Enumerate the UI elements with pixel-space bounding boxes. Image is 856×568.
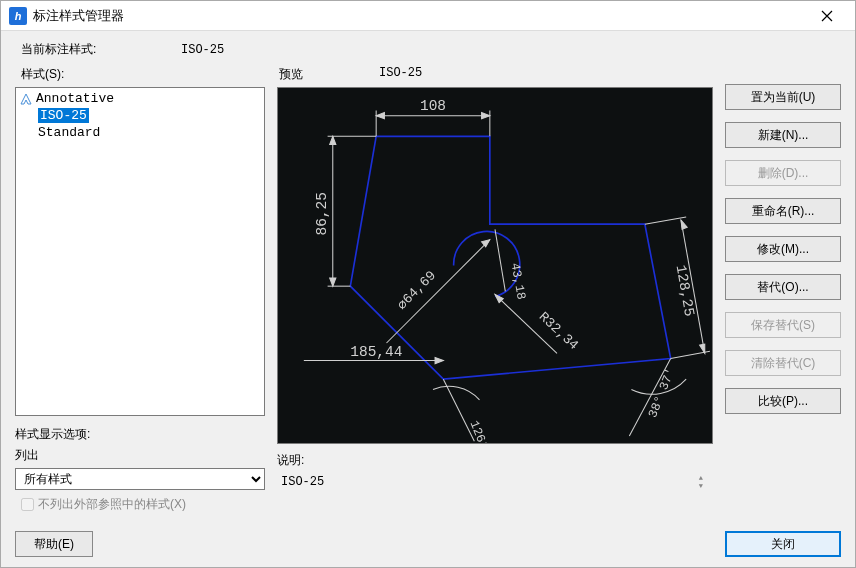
checkbox-label: 不列出外部参照中的样式(X)	[38, 496, 186, 513]
dim-text: 185,44	[350, 344, 402, 360]
description-box: ISO-25 ▲ ▼	[277, 471, 713, 513]
dim-text: 86,25	[314, 192, 330, 235]
app-icon: h	[9, 7, 27, 25]
current-style-label: 当前标注样式:	[21, 41, 181, 58]
dim-text: ⌀64,69	[394, 268, 439, 313]
delete-button[interactable]: 删除(D)...	[725, 160, 841, 186]
dim-text: 38° 37'	[646, 366, 678, 420]
dim-text: 126° 17'	[466, 419, 501, 443]
set-current-button[interactable]: 置为当前(U)	[725, 84, 841, 110]
window-close-button[interactable]	[807, 2, 847, 30]
preview-canvas: 108 86,25	[277, 87, 713, 444]
styles-label: 样式(S):	[15, 66, 265, 83]
dim-text: 128,25	[673, 264, 698, 318]
description-spinner: ▲ ▼	[699, 475, 703, 489]
svg-line-6	[387, 240, 490, 343]
compare-button[interactable]: 比较(P)...	[725, 388, 841, 414]
spinner-down[interactable]: ▼	[699, 483, 703, 489]
center-column: 预览 ISO-25	[277, 66, 713, 513]
help-button[interactable]: 帮助(E)	[15, 531, 93, 557]
dim-text: R32,34	[536, 309, 582, 353]
display-options: 样式显示选项: 列出 所有样式 不列出外部参照中的样式(X)	[15, 426, 265, 513]
spinner-up[interactable]: ▲	[699, 475, 703, 481]
dialog-footer: 帮助(E) 关闭	[1, 523, 855, 567]
svg-line-10	[645, 217, 686, 224]
list-item-text: ISO-25	[38, 108, 89, 123]
main-area: 样式(S): Annotative ISO-25 Standar	[15, 66, 841, 513]
rename-button[interactable]: 重命名(R)...	[725, 198, 841, 224]
display-options-label: 样式显示选项:	[15, 426, 265, 443]
annotative-icon	[20, 93, 32, 105]
description-text: ISO-25	[281, 475, 324, 489]
preview-style-name: ISO-25	[379, 66, 422, 83]
save-override-button[interactable]: 保存替代(S)	[725, 312, 841, 338]
list-item-text: Standard	[38, 125, 100, 140]
current-style-value: ISO-25	[181, 43, 224, 57]
svg-line-8	[495, 229, 505, 291]
dim-text: 108	[420, 99, 446, 115]
dim-text: 43,18	[508, 262, 528, 301]
checkbox-row: 不列出外部参照中的样式(X)	[15, 496, 265, 513]
new-button[interactable]: 新建(N)...	[725, 122, 841, 148]
styles-listbox[interactable]: Annotative ISO-25 Standard	[15, 87, 265, 416]
window-title: 标注样式管理器	[33, 7, 807, 25]
preview-label: 预览	[279, 66, 379, 83]
close-icon	[821, 10, 833, 22]
list-item[interactable]: Standard	[18, 124, 262, 141]
left-column: 样式(S): Annotative ISO-25 Standar	[15, 66, 265, 513]
list-item[interactable]: Annotative	[18, 90, 262, 107]
list-item-text: Annotative	[36, 91, 114, 106]
clear-override-button[interactable]: 清除替代(C)	[725, 350, 841, 376]
preview-header: 预览 ISO-25	[277, 66, 713, 83]
titlebar: h 标注样式管理器	[1, 1, 855, 31]
dialog-body: 当前标注样式: ISO-25 样式(S): Annotative ISO-25	[1, 31, 855, 523]
override-button[interactable]: 替代(O)...	[725, 274, 841, 300]
style-filter-select[interactable]: 所有样式	[15, 468, 265, 490]
right-column: 置为当前(U) 新建(N)... 删除(D)... 重命名(R)... 修改(M…	[725, 66, 841, 513]
close-button[interactable]: 关闭	[725, 531, 841, 557]
exclude-xref-checkbox[interactable]	[21, 498, 34, 511]
dimension-preview-svg: 108 86,25	[278, 88, 712, 443]
modify-button[interactable]: 修改(M)...	[725, 236, 841, 262]
current-style-row: 当前标注样式: ISO-25	[15, 41, 841, 58]
dialog-window: h 标注样式管理器 当前标注样式: ISO-25 样式(S): Annotati…	[0, 0, 856, 568]
list-item[interactable]: ISO-25	[18, 107, 262, 124]
description-label: 说明:	[277, 452, 713, 469]
list-label: 列出	[15, 447, 265, 464]
